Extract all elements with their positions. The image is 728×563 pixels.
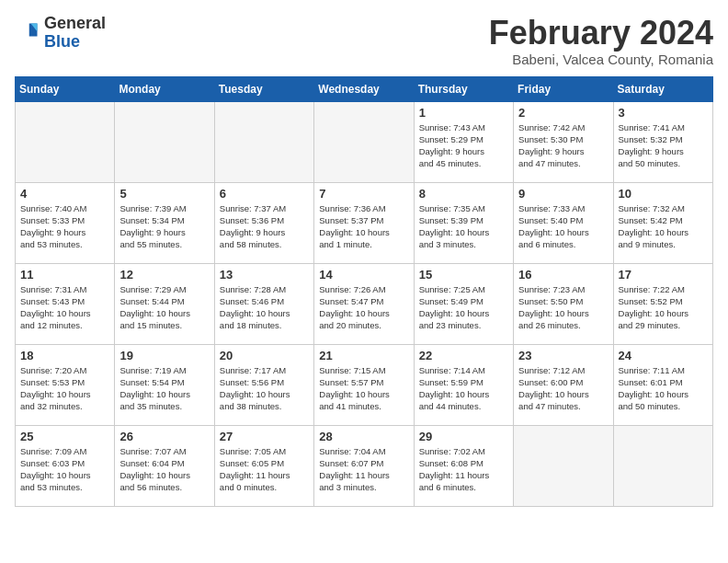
day-info: Sunrise: 7:31 AM Sunset: 5:43 PM Dayligh… [20,283,109,332]
day-number: 15 [419,268,508,282]
month-title: February 2024 [489,15,713,52]
day-info: Sunrise: 7:11 AM Sunset: 6:01 PM Dayligh… [619,364,708,413]
day-info: Sunrise: 7:17 AM Sunset: 5:56 PM Dayligh… [220,364,309,413]
calendar-cell [314,101,414,182]
day-number: 11 [20,268,109,282]
day-info: Sunrise: 7:23 AM Sunset: 5:50 PM Dayligh… [518,283,608,332]
calendar-cell [613,425,712,506]
calendar-cell: 24Sunrise: 7:11 AM Sunset: 6:01 PM Dayli… [613,344,712,425]
day-number: 24 [619,349,708,362]
week-row-1: 1Sunrise: 7:43 AM Sunset: 5:29 PM Daylig… [16,101,713,182]
day-info: Sunrise: 7:26 AM Sunset: 5:47 PM Dayligh… [319,283,408,332]
title-block: February 2024 Babeni, Valcea County, Rom… [489,15,713,67]
day-number: 28 [319,430,408,443]
calendar-cell: 9Sunrise: 7:33 AM Sunset: 5:40 PM Daylig… [514,182,613,263]
day-info: Sunrise: 7:19 AM Sunset: 5:54 PM Dayligh… [119,364,209,413]
calendar-cell: 11Sunrise: 7:31 AM Sunset: 5:43 PM Dayli… [16,263,115,344]
day-number: 9 [518,187,608,201]
calendar-cell: 3Sunrise: 7:41 AM Sunset: 5:32 PM Daylig… [613,101,712,182]
calendar-cell: 21Sunrise: 7:15 AM Sunset: 5:57 PM Dayli… [314,344,414,425]
calendar-cell: 27Sunrise: 7:05 AM Sunset: 6:05 PM Dayli… [214,425,313,506]
day-number: 26 [119,430,209,443]
day-info: Sunrise: 7:14 AM Sunset: 5:59 PM Dayligh… [419,364,508,413]
day-number: 19 [119,349,209,362]
day-info: Sunrise: 7:33 AM Sunset: 5:40 PM Dayligh… [518,202,608,251]
day-info: Sunrise: 7:35 AM Sunset: 5:39 PM Dayligh… [419,202,508,251]
day-number: 21 [319,349,408,362]
weekday-header-monday: Monday [115,76,214,101]
calendar-cell [514,425,613,506]
calendar-cell [16,101,115,182]
calendar-cell [214,101,313,182]
calendar-cell: 10Sunrise: 7:32 AM Sunset: 5:42 PM Dayli… [613,182,712,263]
weekday-header-wednesday: Wednesday [314,76,414,101]
day-info: Sunrise: 7:20 AM Sunset: 5:53 PM Dayligh… [20,364,109,413]
calendar-cell: 17Sunrise: 7:22 AM Sunset: 5:52 PM Dayli… [613,263,712,344]
day-info: Sunrise: 7:42 AM Sunset: 5:30 PM Dayligh… [518,121,608,170]
day-info: Sunrise: 7:02 AM Sunset: 6:08 PM Dayligh… [419,445,508,494]
day-number: 12 [119,268,209,282]
day-info: Sunrise: 7:07 AM Sunset: 6:04 PM Dayligh… [119,445,209,494]
day-number: 7 [319,187,408,201]
day-info: Sunrise: 7:28 AM Sunset: 5:46 PM Dayligh… [220,283,309,332]
calendar-cell: 1Sunrise: 7:43 AM Sunset: 5:29 PM Daylig… [414,101,513,182]
day-number: 3 [619,106,708,120]
day-info: Sunrise: 7:25 AM Sunset: 5:49 PM Dayligh… [419,283,508,332]
weekday-header-tuesday: Tuesday [214,76,313,101]
logo: General Blue [15,15,106,52]
calendar-table: SundayMondayTuesdayWednesdayThursdayFrid… [15,76,713,507]
day-info: Sunrise: 7:22 AM Sunset: 5:52 PM Dayligh… [619,283,708,332]
calendar-cell: 7Sunrise: 7:36 AM Sunset: 5:37 PM Daylig… [314,182,414,263]
calendar-cell: 18Sunrise: 7:20 AM Sunset: 5:53 PM Dayli… [16,344,115,425]
day-number: 8 [419,187,508,201]
day-info: Sunrise: 7:04 AM Sunset: 6:07 PM Dayligh… [319,445,408,494]
day-info: Sunrise: 7:37 AM Sunset: 5:36 PM Dayligh… [220,202,309,251]
day-number: 10 [619,187,708,201]
day-number: 29 [419,430,508,443]
day-number: 13 [220,268,309,282]
calendar-cell: 4Sunrise: 7:40 AM Sunset: 5:33 PM Daylig… [16,182,115,263]
calendar-cell: 26Sunrise: 7:07 AM Sunset: 6:04 PM Dayli… [115,425,214,506]
calendar-cell: 6Sunrise: 7:37 AM Sunset: 5:36 PM Daylig… [214,182,313,263]
page-header: General Blue February 2024 Babeni, Valce… [15,15,713,67]
logo-blue-text: Blue [44,32,80,51]
logo-icon [15,20,40,46]
day-number: 23 [518,349,608,362]
calendar-cell: 16Sunrise: 7:23 AM Sunset: 5:50 PM Dayli… [514,263,613,344]
calendar-cell: 8Sunrise: 7:35 AM Sunset: 5:39 PM Daylig… [414,182,513,263]
calendar-cell: 15Sunrise: 7:25 AM Sunset: 5:49 PM Dayli… [414,263,513,344]
day-info: Sunrise: 7:15 AM Sunset: 5:57 PM Dayligh… [319,364,408,413]
weekday-header-friday: Friday [514,76,613,101]
weekday-header-thursday: Thursday [414,76,513,101]
day-info: Sunrise: 7:29 AM Sunset: 5:44 PM Dayligh… [119,283,209,332]
day-number: 20 [220,349,309,362]
day-info: Sunrise: 7:36 AM Sunset: 5:37 PM Dayligh… [319,202,408,251]
day-number: 1 [419,106,508,120]
day-info: Sunrise: 7:05 AM Sunset: 6:05 PM Dayligh… [220,445,309,494]
calendar-cell: 13Sunrise: 7:28 AM Sunset: 5:46 PM Dayli… [214,263,313,344]
calendar-cell: 5Sunrise: 7:39 AM Sunset: 5:34 PM Daylig… [115,182,214,263]
week-row-2: 4Sunrise: 7:40 AM Sunset: 5:33 PM Daylig… [16,182,713,263]
day-number: 4 [20,187,109,201]
weekday-header-sunday: Sunday [16,76,115,101]
calendar-cell: 28Sunrise: 7:04 AM Sunset: 6:07 PM Dayli… [314,425,414,506]
calendar-cell: 29Sunrise: 7:02 AM Sunset: 6:08 PM Dayli… [414,425,513,506]
day-info: Sunrise: 7:39 AM Sunset: 5:34 PM Dayligh… [119,202,209,251]
calendar-cell: 12Sunrise: 7:29 AM Sunset: 5:44 PM Dayli… [115,263,214,344]
calendar-cell: 22Sunrise: 7:14 AM Sunset: 5:59 PM Dayli… [414,344,513,425]
calendar-cell: 23Sunrise: 7:12 AM Sunset: 6:00 PM Dayli… [514,344,613,425]
day-number: 18 [20,349,109,362]
day-info: Sunrise: 7:12 AM Sunset: 6:00 PM Dayligh… [518,364,608,413]
calendar-cell [115,101,214,182]
calendar-cell: 25Sunrise: 7:09 AM Sunset: 6:03 PM Dayli… [16,425,115,506]
day-number: 25 [20,430,109,443]
day-number: 2 [518,106,608,120]
location: Babeni, Valcea County, Romania [489,52,713,67]
week-row-3: 11Sunrise: 7:31 AM Sunset: 5:43 PM Dayli… [16,263,713,344]
calendar-cell: 19Sunrise: 7:19 AM Sunset: 5:54 PM Dayli… [115,344,214,425]
day-number: 5 [119,187,209,201]
day-number: 14 [319,268,408,282]
weekday-header-saturday: Saturday [613,76,712,101]
calendar-cell: 2Sunrise: 7:42 AM Sunset: 5:30 PM Daylig… [514,101,613,182]
day-number: 6 [220,187,309,201]
